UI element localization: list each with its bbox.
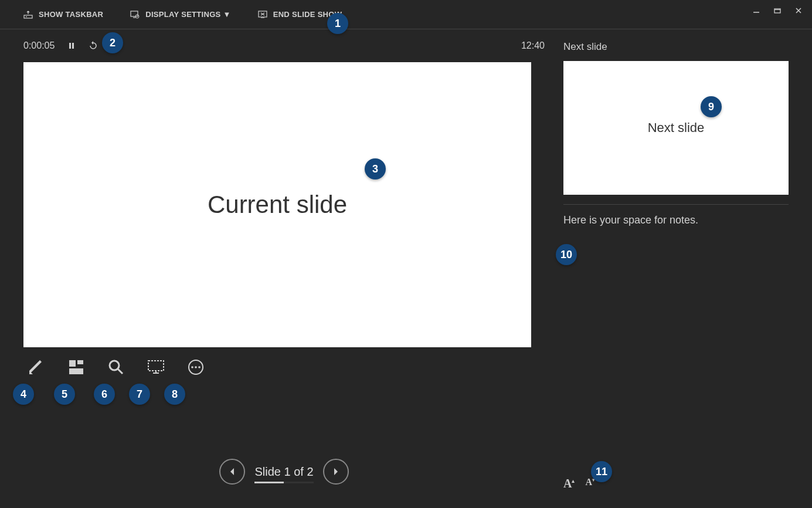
svg-rect-1	[26, 16, 27, 17]
taskbar-icon	[23, 10, 33, 19]
notes-placeholder: Here is your space for notes.	[563, 214, 698, 226]
next-slide-preview[interactable]: Next slide	[563, 61, 789, 195]
display-settings-button[interactable]: DISPLAY SETTINGS ▼	[130, 10, 230, 19]
black-screen-button[interactable]	[147, 358, 165, 377]
minimize-button[interactable]	[752, 6, 761, 15]
svg-rect-2	[131, 11, 138, 16]
svg-point-13	[110, 361, 119, 370]
callout-6: 6	[94, 384, 115, 405]
svg-rect-0	[24, 15, 32, 18]
next-slide-label: Next slide	[563, 41, 789, 53]
display-settings-icon	[130, 10, 140, 19]
left-panel: 0:00:05 12:40 Current slide	[0, 29, 554, 508]
next-slide-button[interactable]	[323, 459, 349, 485]
callout-8: 8	[164, 384, 185, 405]
svg-point-18	[195, 366, 197, 368]
svg-rect-8	[69, 43, 71, 49]
show-taskbar-button[interactable]: SHOW TASKBAR	[23, 10, 103, 19]
zoom-tool-button[interactable]	[107, 358, 125, 377]
callout-1: 1	[327, 13, 348, 34]
callout-11: 11	[591, 461, 612, 482]
callout-10: 10	[556, 244, 577, 265]
divider	[563, 204, 789, 205]
svg-rect-9	[72, 43, 74, 49]
right-panel: Next slide Next slide Here is your space…	[554, 29, 812, 508]
show-taskbar-label: SHOW TASKBAR	[39, 10, 103, 19]
display-settings-label: DISPLAY SETTINGS ▼	[145, 10, 230, 19]
svg-point-17	[191, 366, 193, 368]
maximize-button[interactable]	[773, 6, 782, 15]
callout-4: 4	[13, 384, 34, 405]
end-slideshow-icon	[258, 10, 267, 19]
current-slide-text: Current slide	[208, 191, 347, 219]
current-slide-view[interactable]: Current slide	[23, 62, 531, 347]
see-all-slides-button[interactable]	[67, 358, 86, 377]
window-controls	[752, 6, 803, 15]
svg-rect-11	[77, 360, 83, 364]
svg-rect-10	[69, 360, 76, 367]
top-menu-bar: SHOW TASKBAR DISPLAY SETTINGS ▼ END SLID…	[0, 0, 812, 29]
previous-slide-button[interactable]	[219, 459, 245, 485]
callout-3: 3	[365, 158, 386, 180]
svg-rect-15	[148, 361, 164, 371]
tool-row	[23, 347, 545, 387]
timer-row: 0:00:05 12:40	[23, 29, 545, 62]
callout-7: 7	[129, 384, 150, 405]
slide-navigation: Slide 1 of 2	[23, 459, 545, 485]
callout-5: 5	[54, 384, 75, 405]
notes-area[interactable]: Here is your space for notes.	[563, 214, 789, 471]
main-area: 0:00:05 12:40 Current slide	[0, 29, 812, 508]
slide-counter: Slide 1 of 2	[254, 465, 313, 479]
clock-time: 12:40	[521, 40, 545, 51]
close-button[interactable]	[794, 6, 803, 15]
pause-button[interactable]	[67, 42, 76, 50]
svg-line-14	[118, 369, 123, 374]
elapsed-time: 0:00:05	[23, 40, 55, 51]
next-slide-text: Next slide	[648, 120, 705, 136]
callout-9: 9	[701, 96, 722, 117]
increase-font-button[interactable]: A▴	[563, 477, 575, 490]
pen-tool-button[interactable]	[27, 358, 46, 377]
more-options-button[interactable]	[186, 358, 205, 377]
restart-button[interactable]	[89, 41, 98, 50]
callout-2: 2	[102, 32, 123, 53]
svg-point-19	[198, 366, 201, 368]
svg-rect-12	[69, 368, 83, 374]
